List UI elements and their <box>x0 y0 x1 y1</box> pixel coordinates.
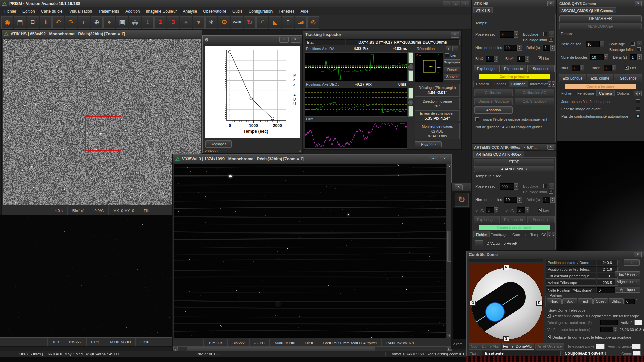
menu-addition[interactable]: Addition <box>122 8 143 15</box>
atik-device-tab[interactable]: ATIK HS <box>473 7 493 13</box>
calib-icon[interactable]: CALIB <box>231 16 243 29</box>
pose-combo[interactable]: 10 ▼ <box>586 41 604 47</box>
trouver-etoile-checkbox[interactable] <box>475 117 479 121</box>
bouclage-checkbox[interactable] <box>543 184 547 188</box>
wedge-icon[interactable]: ◣ <box>269 16 281 29</box>
close-icon[interactable]: × <box>455 184 463 190</box>
histogram-icon[interactable]: ▂▅▇ <box>295 16 307 29</box>
graph-window-title-bar[interactable]: ⚙ – × <box>203 36 302 44</box>
scroll-left-icon[interactable]: ◀ <box>173 347 178 351</box>
minimize-button[interactable]: – <box>429 156 438 162</box>
starfield-icon[interactable]: ∗ <box>205 16 217 29</box>
atik-panel-title-bar[interactable]: ATIK HS × <box>472 0 556 7</box>
sync-icon[interactable]: ↻ <box>244 16 256 29</box>
verifier-spinner[interactable]: 1 ▲▼ <box>600 327 617 332</box>
park-utilis-button[interactable]: Utilis. <box>609 298 624 304</box>
bouclage-infini-checkbox[interactable] <box>549 190 553 194</box>
menu-fenetres[interactable]: Fenêtres <box>276 8 297 15</box>
preview-icon[interactable]: ▣ <box>116 16 128 29</box>
tab-scroll-left-icon[interactable]: ◀ <box>634 91 638 96</box>
scroll-up-icon[interactable]: ▲ <box>447 164 451 168</box>
lier-checkbox[interactable] <box>445 53 449 57</box>
tab-camera[interactable]: Camera <box>596 90 615 96</box>
binx-spinner[interactable]: 2 ▲▼ <box>572 65 584 71</box>
plus-button[interactable]: Plus >>> <box>415 141 442 147</box>
cmos-device-tab[interactable]: ASCOM_CMOS QHY5 Camera <box>559 7 616 13</box>
scroll-down-icon[interactable]: ▼ <box>447 334 451 338</box>
opt-avant-checkbox[interactable] <box>636 107 640 111</box>
park-nord-button[interactable]: Nord <box>547 298 562 304</box>
menu-analyse[interactable]: Analyse <box>180 8 200 15</box>
park-position-input[interactable]: 0 <box>625 299 635 304</box>
camera-3-icon[interactable]: 3 <box>167 16 179 29</box>
ouvrir-dome-button[interactable]: Ouvrir Dome/Abri <box>469 343 501 350</box>
undo-icon[interactable]: ↶ <box>52 16 64 29</box>
delai-spinner[interactable]: 1 ▲▼ <box>543 45 555 51</box>
aligner-button[interactable]: Aligner au tel. <box>615 279 640 285</box>
close-icon[interactable]: × <box>451 32 459 38</box>
exp-courte-button[interactable]: Exp. courte <box>501 216 526 223</box>
demarrer-guidage-button[interactable]: Démarrer Guidage <box>474 98 513 105</box>
exp-courte-button[interactable]: Exp. courte <box>587 74 613 82</box>
reset-button[interactable]: Reset <box>444 67 460 72</box>
sync-icon[interactable]: ↻ <box>455 193 469 207</box>
abandonner-button[interactable]: ABANDONNER <box>474 166 554 172</box>
cmos-panel-title-bar[interactable]: CMOS QHY5 Camera × <box>557 0 644 7</box>
bouclage-checkbox[interactable] <box>631 42 635 46</box>
opt-son-checkbox[interactable] <box>636 99 640 103</box>
close-icon[interactable]: × <box>634 252 642 257</box>
lier-checkbox[interactable] <box>538 56 542 60</box>
biny-spinner[interactable]: 2 ▲▼ <box>517 207 529 213</box>
combo-arrow-icon[interactable]: ▼ <box>514 183 518 190</box>
stop-loop-icon[interactable]: × <box>549 31 554 37</box>
tab-guidage[interactable]: Guidage <box>509 81 528 87</box>
close-icon[interactable]: × <box>635 1 642 6</box>
redo-icon[interactable]: ↷ <box>65 16 77 29</box>
menu-fichier[interactable]: Fichier <box>1 8 19 15</box>
exp-longue-button[interactable]: Exp Longue <box>474 65 500 72</box>
tab-scroll-left-icon[interactable]: ◀ <box>548 81 551 87</box>
stop-button[interactable]: STOP <box>474 159 554 165</box>
combo-arrow-icon[interactable]: ▼ <box>514 31 518 38</box>
zoom-out-button[interactable]: - <box>452 46 458 51</box>
tab-fenetrage[interactable]: Fenêtrage <box>575 90 597 96</box>
guider-image-canvas[interactable] <box>0 215 175 337</box>
observatory-icon[interactable]: ♠ <box>180 16 192 29</box>
abandonner-button[interactable]: ABANDONNER <box>559 23 642 29</box>
park-sud-button[interactable]: Sud <box>562 298 577 304</box>
v335-title-bar[interactable]: V335Vul-3 | 1374x1099 - Monochrome - Rée… <box>173 155 451 163</box>
atik-window-title-bar[interactable]: ATIK HS | 658x492 - Monochrome - Réels(3… <box>2 30 202 38</box>
stop-loop-icon[interactable]: × <box>549 183 554 189</box>
tab-scroll-right-icon[interactable]: ▶ <box>638 91 642 96</box>
browse-button[interactable]: ... <box>475 240 483 246</box>
vertical-scroll-thumb[interactable] <box>447 231 452 262</box>
graphiques-button[interactable]: Graphiques <box>444 59 460 65</box>
abandon-button[interactable]: Abandon <box>474 106 513 114</box>
horizontal-scrollbar[interactable]: ◀ ▶ <box>173 346 451 351</box>
menu-visualisation[interactable]: Visualisation <box>66 8 95 15</box>
reglages-button[interactable]: Réglages <box>205 140 232 148</box>
scroll-right-icon[interactable]: ▶ <box>447 347 451 351</box>
sphere-icon[interactable]: ◐ <box>78 16 90 29</box>
tab-temp-ccd[interactable]: Temp. CCI <box>528 231 548 237</box>
minimize-button[interactable]: – <box>279 37 289 43</box>
park-est-button[interactable]: Est <box>578 298 593 304</box>
tab-camera[interactable]: Camera <box>473 81 492 87</box>
binx-spinner[interactable]: 2 ▲▼ <box>486 207 498 213</box>
appliquer-button[interactable]: Appliquer <box>615 287 640 293</box>
close-icon[interactable]: × <box>547 145 554 150</box>
arret-urgence-button[interactable]: Arret Urgence <box>535 343 564 350</box>
minimize-button[interactable]: – <box>443 1 451 6</box>
artemis-panel-title-bar[interactable]: ARTEMIS CCD ATIK-460ex -> -5.0°... × <box>472 144 556 151</box>
menu-observatoire[interactable]: Observatoire <box>200 8 229 15</box>
stop-loop-icon[interactable]: × <box>637 41 642 46</box>
biny-spinner[interactable]: 1 ▲▼ <box>517 56 529 62</box>
camera-2-icon[interactable]: 2 <box>154 16 166 29</box>
exp-longue-button[interactable]: Exp Longue <box>559 74 586 82</box>
hidden-window-title-bar[interactable]: × <box>452 183 471 191</box>
lier-checkbox[interactable] <box>538 208 542 212</box>
tools-icon[interactable]: ⚙ <box>218 16 230 29</box>
park-ouest-button[interactable]: Ouest <box>593 298 608 304</box>
tab-options[interactable]: Options <box>491 81 509 87</box>
delai-spinner[interactable]: 1 ▲▼ <box>630 54 642 60</box>
